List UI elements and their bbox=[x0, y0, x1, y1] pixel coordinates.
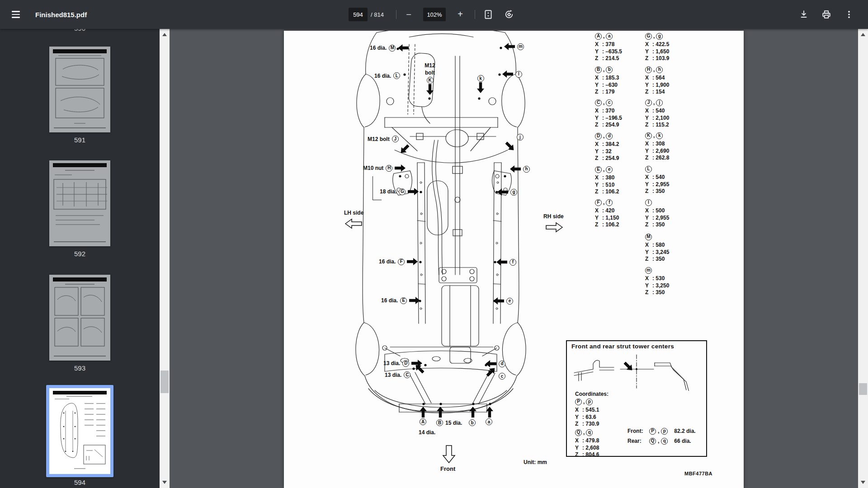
front-open-arrow-icon bbox=[442, 445, 456, 465]
letter-badge: D bbox=[402, 360, 409, 367]
zoom-out-button[interactable]: − bbox=[402, 9, 415, 20]
letter-badge: J bbox=[392, 136, 399, 142]
letter-badge: f bbox=[606, 199, 613, 206]
menu-icon[interactable] bbox=[10, 9, 22, 20]
thumbnail-label-592[interactable]: 592 bbox=[49, 250, 110, 258]
coordinate-entry-P: P,pX: 545.1Y: 63.6Z: 730.9 bbox=[575, 398, 599, 428]
point-label-m: m bbox=[504, 43, 524, 50]
rh-open-arrow-icon bbox=[545, 221, 563, 233]
toolbar-divider bbox=[396, 10, 396, 19]
scroll-down-arrow[interactable] bbox=[162, 481, 167, 484]
letter-badge: l bbox=[645, 199, 652, 206]
letter-badge: p bbox=[586, 399, 593, 405]
letter-badge: q bbox=[661, 438, 668, 445]
sidebar-scrollbar-thumb[interactable] bbox=[160, 371, 169, 393]
scroll-up-arrow[interactable] bbox=[861, 33, 865, 36]
letter-badge: h bbox=[523, 166, 530, 173]
scroll-down-arrow[interactable] bbox=[861, 481, 865, 484]
underbody-diagram bbox=[341, 31, 540, 460]
letter-badge: g bbox=[656, 33, 663, 40]
thumbnail-image bbox=[49, 47, 110, 132]
fit-to-page-button[interactable] bbox=[482, 9, 495, 20]
thumbnail-label-591[interactable]: 591 bbox=[49, 136, 110, 144]
main-scrollbar[interactable] bbox=[858, 29, 868, 488]
zoom-in-button[interactable]: + bbox=[454, 8, 467, 20]
strut-legend: Front:P,p82.2 dia.Rear:Q,q66 dia. bbox=[627, 426, 696, 446]
point-label-h: h bbox=[510, 165, 530, 173]
strut-tower-box: Front and rear strut tower centers Coord… bbox=[566, 340, 707, 457]
thumbnail-page-592[interactable] bbox=[49, 160, 110, 246]
strut-tower-sketch bbox=[570, 352, 704, 391]
point-label-f: f bbox=[496, 258, 516, 266]
arrow-icon bbox=[398, 44, 409, 52]
letter-badge: P bbox=[575, 399, 582, 405]
letter-badge: e bbox=[606, 166, 613, 173]
coordinate-entry-G: G,gX: 422.5Y: 1,650Z: 103.9 bbox=[645, 33, 669, 62]
arrow-icon bbox=[502, 70, 513, 78]
coordinate-entry-L: LX: 540Y: 2,955Z: 350 bbox=[645, 165, 669, 195]
point-label-G: 18 dia.G bbox=[380, 188, 419, 195]
point-label-H: M10 nutH bbox=[363, 164, 406, 172]
lh-open-arrow-icon bbox=[344, 218, 363, 230]
rotate-button[interactable] bbox=[503, 9, 515, 20]
coordinate-entry-D: D,dX: 384.2Y: 32Z: 254.9 bbox=[595, 132, 619, 162]
coordinate-entry-l: lX: 500Y: 2,955Z: 350 bbox=[645, 199, 669, 229]
thumbnail-label-594[interactable]: 594 bbox=[49, 479, 110, 486]
letter-badge: c bbox=[499, 373, 505, 380]
more-options-button[interactable] bbox=[843, 9, 855, 20]
point-label-14dia: 14 dia. bbox=[419, 429, 435, 436]
arrow-icon bbox=[395, 164, 406, 172]
main-scrollbar-thumb[interactable] bbox=[859, 383, 867, 395]
thumbnail-image bbox=[49, 160, 110, 246]
letter-badge: M bbox=[389, 45, 396, 52]
point-label-A: A bbox=[420, 418, 426, 425]
letter-badge: j bbox=[656, 99, 663, 106]
letter-badge: P bbox=[649, 428, 656, 435]
point-label-K: M12bolt K bbox=[420, 62, 440, 93]
arrow-icon bbox=[407, 258, 418, 265]
letter-badge: L bbox=[645, 166, 652, 173]
coordinate-entry-K: K,kX: 308Y: 2,690Z: 262.8 bbox=[645, 132, 669, 162]
letter-badge: G bbox=[399, 188, 406, 195]
letter-badge: b bbox=[606, 66, 613, 73]
letter-badge: k bbox=[656, 132, 663, 139]
leader-line bbox=[373, 176, 373, 200]
thumbnail-page-594-selected[interactable] bbox=[46, 385, 113, 477]
thumbnail-label-593[interactable]: 593 bbox=[49, 364, 110, 372]
letter-badge: m bbox=[645, 267, 652, 274]
scroll-up-arrow[interactable] bbox=[162, 33, 167, 36]
coordinate-entry-J: J,jX: 540Y: 2,100Z: 115.2 bbox=[645, 99, 669, 129]
point-label-a: a bbox=[486, 418, 492, 425]
arrow-icon bbox=[493, 297, 504, 305]
toolbar-divider bbox=[475, 10, 475, 19]
rotate-counterclockwise-icon bbox=[504, 9, 514, 19]
print-button[interactable] bbox=[820, 9, 833, 20]
letter-badge: H bbox=[386, 165, 392, 172]
letter-badge: A bbox=[420, 418, 426, 425]
arrow-icon bbox=[408, 188, 419, 195]
page-number-input[interactable]: 594 bbox=[349, 8, 368, 21]
letter-badge: E bbox=[595, 166, 602, 173]
point-label-k: k bbox=[474, 75, 487, 91]
coordinate-entry-M: MX: 580Y: 3,245Z: 350 bbox=[645, 233, 669, 263]
thumbnail-page-593[interactable] bbox=[49, 275, 110, 361]
letter-badge: H bbox=[645, 66, 652, 73]
zoom-level-input[interactable]: 102% bbox=[423, 8, 446, 21]
sidebar-scrollbar[interactable] bbox=[160, 29, 170, 488]
coordinate-entry-B: B,bX: 185.3Y: –630Z: 179 bbox=[595, 66, 619, 96]
fit-page-icon bbox=[483, 9, 493, 19]
thumbnail-page-591[interactable] bbox=[49, 47, 110, 132]
arrow-icon bbox=[496, 258, 507, 266]
letter-badge: G bbox=[645, 33, 652, 40]
point-label-l: l bbox=[502, 70, 522, 78]
arrow-icon bbox=[497, 188, 508, 196]
point-label-e: e bbox=[493, 297, 513, 305]
letter-badge: d bbox=[606, 133, 613, 140]
letter-badge: c bbox=[606, 99, 613, 106]
letter-badge: p bbox=[661, 428, 668, 435]
pdf-page: 16 dia.M m M12bolt K 16 dia.L l k M12 bo… bbox=[284, 31, 744, 488]
download-button[interactable] bbox=[797, 9, 810, 20]
letter-badge: f bbox=[509, 259, 516, 266]
letter-badge: J bbox=[645, 99, 652, 106]
letter-badge: A bbox=[595, 33, 602, 40]
